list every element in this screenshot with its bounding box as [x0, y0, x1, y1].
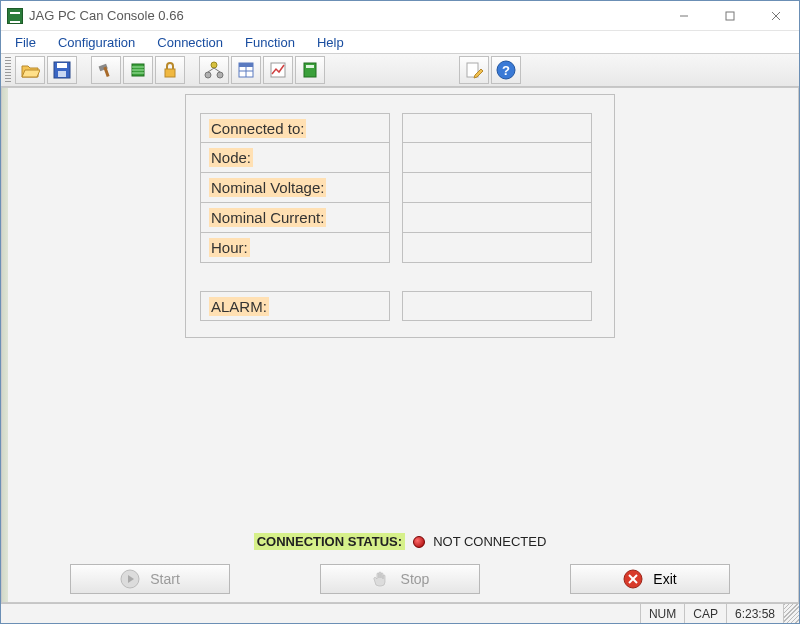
- table-button[interactable]: [231, 56, 261, 84]
- open-button[interactable]: [15, 56, 45, 84]
- start-button-label: Start: [150, 571, 180, 587]
- stop-button-label: Stop: [401, 571, 430, 587]
- svg-point-16: [217, 72, 223, 78]
- svg-rect-20: [239, 63, 253, 67]
- lock-button[interactable]: [155, 56, 185, 84]
- status-time: 6:23:58: [726, 604, 783, 623]
- nodes-icon: [204, 61, 224, 79]
- connection-status-line: CONNECTION STATUS: NOT CONNECTED: [2, 525, 798, 560]
- left-edge-decoration: [2, 88, 8, 602]
- nominal-voltage-value: [402, 173, 592, 203]
- alarm-value: [402, 291, 592, 321]
- status-num: NUM: [640, 604, 684, 623]
- nominal-current-label: Nominal Current:: [200, 203, 390, 233]
- help-icon: ?: [496, 60, 516, 80]
- close-button[interactable]: [753, 1, 799, 31]
- connection-status-dot-icon: [413, 536, 425, 548]
- connection-status-text: NOT CONNECTED: [433, 534, 546, 549]
- titlebar: JAG PC Can Console 0.66: [1, 1, 799, 31]
- svg-rect-5: [57, 63, 67, 68]
- nominal-current-value: [402, 203, 592, 233]
- menu-file[interactable]: File: [5, 33, 46, 52]
- toolbar: ?: [1, 53, 799, 87]
- svg-point-14: [211, 62, 217, 68]
- hammer-icon: [97, 61, 115, 79]
- node-label: Node:: [200, 143, 390, 173]
- menu-connection[interactable]: Connection: [147, 33, 233, 52]
- save-icon: [53, 61, 71, 79]
- close-circle-icon: [623, 569, 643, 589]
- book-button[interactable]: [295, 56, 325, 84]
- svg-rect-8: [103, 67, 109, 77]
- menu-configuration[interactable]: Configuration: [48, 33, 145, 52]
- connection-status-label: CONNECTION STATUS:: [254, 533, 405, 550]
- svg-rect-25: [306, 65, 314, 68]
- window-title: JAG PC Can Console 0.66: [29, 8, 184, 23]
- connected-to-label: Connected to:: [200, 113, 390, 143]
- chart-icon: [269, 61, 287, 79]
- connected-to-value: [402, 113, 592, 143]
- nominal-voltage-label: Nominal Voltage:: [200, 173, 390, 203]
- svg-rect-6: [58, 71, 66, 77]
- status-cap: CAP: [684, 604, 726, 623]
- lock-icon: [161, 61, 179, 79]
- edit-button[interactable]: [459, 56, 489, 84]
- info-panel: Connected to: Node: Nominal Voltage: Nom…: [185, 94, 615, 338]
- nodes-button[interactable]: [199, 56, 229, 84]
- statusbar: NUM CAP 6:23:58: [1, 603, 799, 623]
- alarm-label: ALARM:: [200, 291, 390, 321]
- open-folder-icon: [20, 61, 40, 79]
- hammer-button[interactable]: [91, 56, 121, 84]
- toolbar-grip: [5, 57, 11, 83]
- client-area: Connected to: Node: Nominal Voltage: Nom…: [1, 87, 799, 603]
- book-icon: [301, 61, 319, 79]
- svg-line-17: [208, 68, 214, 72]
- exit-button[interactable]: Exit: [570, 564, 730, 594]
- chip-icon: [129, 61, 147, 79]
- button-row: Start Stop Exit: [2, 560, 798, 602]
- app-window: JAG PC Can Console 0.66 File Configurati…: [0, 0, 800, 624]
- hour-label: Hour:: [200, 233, 390, 263]
- svg-text:?: ?: [502, 63, 510, 78]
- exit-button-label: Exit: [653, 571, 676, 587]
- hour-value: [402, 233, 592, 263]
- edit-icon: [465, 61, 483, 79]
- svg-rect-13: [165, 69, 175, 77]
- chip-button[interactable]: [123, 56, 153, 84]
- minimize-button[interactable]: [661, 1, 707, 31]
- hand-stop-icon: [371, 569, 391, 589]
- menu-function[interactable]: Function: [235, 33, 305, 52]
- resize-grip-icon[interactable]: [783, 604, 799, 623]
- stop-button[interactable]: Stop: [320, 564, 480, 594]
- chart-button[interactable]: [263, 56, 293, 84]
- svg-rect-1: [726, 12, 734, 20]
- table-icon: [237, 61, 255, 79]
- menubar: File Configuration Connection Function H…: [1, 31, 799, 53]
- save-button[interactable]: [47, 56, 77, 84]
- svg-point-15: [205, 72, 211, 78]
- play-arrow-icon: [120, 569, 140, 589]
- app-icon: [7, 8, 23, 24]
- svg-line-18: [214, 68, 220, 72]
- menu-help[interactable]: Help: [307, 33, 354, 52]
- help-button[interactable]: ?: [491, 56, 521, 84]
- node-value: [402, 143, 592, 173]
- start-button[interactable]: Start: [70, 564, 230, 594]
- maximize-button[interactable]: [707, 1, 753, 31]
